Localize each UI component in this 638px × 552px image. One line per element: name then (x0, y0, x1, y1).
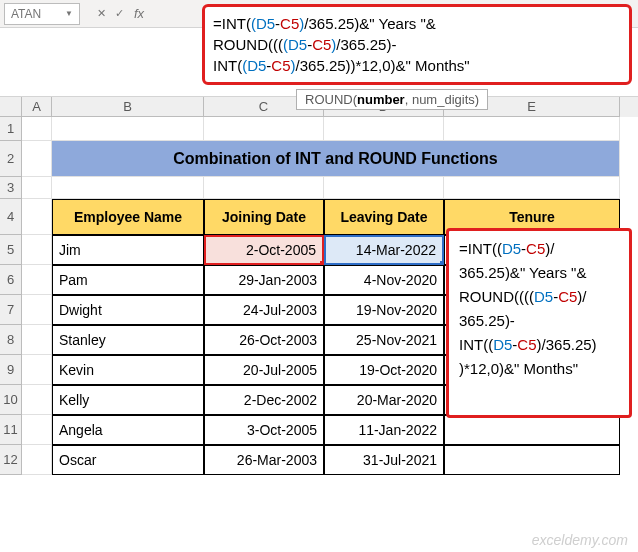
page-title: Combination of INT and ROUND Functions (173, 150, 497, 168)
cell[interactable] (22, 295, 52, 325)
cell-tenure[interactable] (444, 415, 620, 445)
cell-name[interactable]: Kelly (52, 385, 204, 415)
grid-row: 4 Employee Name Joining Date Leaving Dat… (0, 199, 638, 235)
formula-controls: ✕ ✓ fx (92, 5, 150, 23)
cell[interactable] (22, 235, 52, 265)
row-header[interactable]: 5 (0, 235, 22, 265)
cell-leave[interactable]: 11-Jan-2022 (324, 415, 444, 445)
row-header[interactable]: 3 (0, 177, 22, 199)
row-header[interactable]: 1 (0, 117, 22, 141)
tooltip-fn: ROUND( (305, 92, 357, 107)
cell[interactable] (22, 177, 52, 199)
row-header[interactable]: 8 (0, 325, 22, 355)
ref-c5: C5 (312, 36, 331, 53)
tooltip-arg-active: number (357, 92, 405, 107)
fx-icon[interactable]: fx (134, 6, 144, 21)
cell[interactable] (324, 177, 444, 199)
row-header[interactable]: 9 (0, 355, 22, 385)
formula-text: =INT( (213, 15, 251, 32)
cell[interactable] (204, 117, 324, 141)
grid-row: 2 Combination of INT and ROUND Functions (0, 141, 638, 177)
formula-text: /365.25)&" Years "& (304, 15, 436, 32)
cancel-icon[interactable]: ✕ (92, 5, 110, 23)
cell-join[interactable]: 29-Jan-2003 (204, 265, 324, 295)
title-cell[interactable]: Combination of INT and ROUND Functions (52, 141, 620, 177)
cell[interactable] (22, 385, 52, 415)
cell[interactable] (22, 199, 52, 235)
cell[interactable] (22, 117, 52, 141)
cell[interactable] (22, 325, 52, 355)
cell-tenure[interactable] (444, 355, 620, 385)
cell-leave[interactable]: 31-Jul-2021 (324, 445, 444, 475)
cell[interactable] (52, 117, 204, 141)
ref-c5: C5 (271, 57, 290, 74)
cell-leave[interactable]: 14-Mar-2022 (324, 235, 444, 265)
header-tenure[interactable]: Tenure (444, 199, 620, 235)
cell[interactable] (22, 265, 52, 295)
cell[interactable] (444, 117, 620, 141)
cell-tenure[interactable] (444, 445, 620, 475)
cell-name[interactable]: Dwight (52, 295, 204, 325)
formula-text: INT( (213, 57, 242, 74)
ref-c5: C5 (280, 15, 299, 32)
cell-tenure[interactable] (444, 265, 620, 295)
header-leaving[interactable]: Leaving Date (324, 199, 444, 235)
select-all-corner[interactable] (0, 97, 22, 117)
cell-leave[interactable]: 25-Nov-2021 (324, 325, 444, 355)
cell-join[interactable]: 26-Mar-2003 (204, 445, 324, 475)
cell[interactable] (22, 415, 52, 445)
cell-leave[interactable]: 19-Nov-2020 (324, 295, 444, 325)
cell[interactable] (324, 117, 444, 141)
cell-name[interactable]: Pam (52, 265, 204, 295)
cell[interactable] (444, 177, 620, 199)
function-tooltip: ROUND(number, num_digits) (296, 89, 488, 110)
cell-join[interactable]: 2-Dec-2002 (204, 385, 324, 415)
cell-name[interactable]: Stanley (52, 325, 204, 355)
cell[interactable] (22, 445, 52, 475)
row-header[interactable]: 7 (0, 295, 22, 325)
formula-bar-wrap: =INT((D5-C5)/365.25)&" Years "& ROUND(((… (202, 4, 632, 110)
table-row: 12Oscar26-Mar-200331-Jul-2021 (0, 445, 638, 475)
row-header[interactable]: 4 (0, 199, 22, 235)
cell-leave[interactable]: 20-Mar-2020 (324, 385, 444, 415)
cell-name[interactable]: Oscar (52, 445, 204, 475)
col-header-b[interactable]: B (52, 97, 204, 117)
name-box[interactable]: ATAN ▼ (4, 3, 80, 25)
formula-text: ROUND((( (213, 36, 283, 53)
chevron-down-icon[interactable]: ▼ (65, 9, 73, 18)
cell-join[interactable]: 20-Jul-2005 (204, 355, 324, 385)
cell-tenure[interactable] (444, 235, 620, 265)
table-row: 9Kevin20-Jul-200519-Oct-2020 (0, 355, 638, 385)
row-header[interactable]: 6 (0, 265, 22, 295)
cell[interactable] (22, 141, 52, 177)
accept-icon[interactable]: ✓ (110, 5, 128, 23)
cell[interactable] (204, 177, 324, 199)
col-header-a[interactable]: A (22, 97, 52, 117)
grid-row: 1 (0, 117, 638, 141)
cell-leave[interactable]: 19-Oct-2020 (324, 355, 444, 385)
grid-row: 3 (0, 177, 638, 199)
cell-tenure[interactable] (444, 295, 620, 325)
name-box-value: ATAN (11, 7, 41, 21)
row-header[interactable]: 11 (0, 415, 22, 445)
cell-name[interactable]: Jim (52, 235, 204, 265)
cell-name[interactable]: Kevin (52, 355, 204, 385)
cell[interactable] (52, 177, 204, 199)
formula-bar[interactable]: =INT((D5-C5)/365.25)&" Years "& ROUND(((… (202, 4, 632, 85)
header-employee[interactable]: Employee Name (52, 199, 204, 235)
cell-tenure[interactable] (444, 325, 620, 355)
row-header[interactable]: 10 (0, 385, 22, 415)
ref-d5: D5 (256, 15, 275, 32)
row-header[interactable]: 12 (0, 445, 22, 475)
watermark: exceldemy.com (532, 532, 628, 548)
cell[interactable] (22, 355, 52, 385)
cell-join[interactable]: 3-Oct-2005 (204, 415, 324, 445)
header-joining[interactable]: Joining Date (204, 199, 324, 235)
cell-name[interactable]: Angela (52, 415, 204, 445)
cell-join[interactable]: 24-Jul-2003 (204, 295, 324, 325)
row-header[interactable]: 2 (0, 141, 22, 177)
cell-join[interactable]: 26-Oct-2003 (204, 325, 324, 355)
cell-leave[interactable]: 4-Nov-2020 (324, 265, 444, 295)
cell-join[interactable]: 2-Oct-2005 (204, 235, 324, 265)
cell-tenure[interactable] (444, 385, 620, 415)
